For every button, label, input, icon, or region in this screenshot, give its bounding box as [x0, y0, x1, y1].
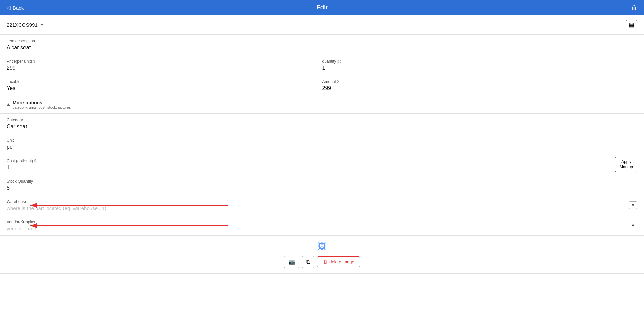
image-section: 🖼 📷 ⧉ 🗑 delete image [0, 236, 644, 274]
taxable-amount-section: Taxable Yes Amount $ 299 [0, 75, 644, 96]
collapse-icon [7, 103, 10, 106]
quantity-label: quantity pc. [322, 59, 638, 64]
category-label: Category [7, 118, 27, 122]
taxable-value[interactable]: Yes [7, 85, 322, 91]
price-label: Price(per unit) $ [7, 59, 322, 64]
stock-quantity-value[interactable]: 5 [7, 185, 33, 191]
unit-label: Unit [7, 138, 14, 143]
item-code-row: 221XCCS991 ▼ ▦ [0, 15, 644, 35]
item-code-left: 221XCCS991 ▼ [7, 22, 44, 28]
stock-quantity-field: Stock Quantity 5 [7, 179, 33, 191]
quantity-value[interactable]: 1 [322, 65, 638, 71]
stock-quantity-label: Stock Quantity [7, 179, 33, 184]
more-options-sublabel: category, units, cost, stock, pictures [13, 105, 71, 109]
category-field: Category Car seat [7, 118, 27, 130]
amount-field: Amount $ 299 [322, 79, 638, 91]
image-icon: 🖼 [318, 242, 326, 251]
unit-value[interactable]: pc. [7, 144, 14, 150]
cost-field: Cost (optional) $ 1 [7, 159, 36, 171]
vendor-input[interactable]: vendor name [7, 226, 629, 231]
image-thumbnail: 🖼 [317, 241, 328, 252]
camera-button[interactable]: 📷 [284, 256, 299, 268]
delete-button[interactable]: 🗑 [631, 4, 637, 11]
warehouse-dropdown-button[interactable]: ∨ [629, 201, 637, 209]
header: ◁ Back Edit 🗑 [0, 0, 644, 15]
page-title: Edit [316, 4, 327, 11]
warehouse-input[interactable]: where is the part located (eg. warehouse… [7, 205, 629, 211]
item-description-label: item description [7, 39, 35, 43]
back-button[interactable]: ◁ Back [7, 5, 24, 11]
category-section: Category Car seat [0, 114, 644, 134]
camera-icon: 📷 [288, 259, 295, 265]
content: 221XCCS991 ▼ ▦ item description A car se… [0, 15, 644, 274]
copy-image-button[interactable]: ⧉ [302, 256, 314, 268]
amount-label: Amount $ [322, 79, 638, 84]
apply-markup-button[interactable]: Apply Markup [615, 157, 637, 172]
unit-section: Unit pc. [0, 134, 644, 154]
delete-trash-icon: 🗑 [323, 259, 327, 264]
barcode-button[interactable]: ▦ [626, 20, 637, 29]
price-field: Price(per unit) $ 299 [7, 59, 322, 71]
warehouse-section: Warehouse where is the part located (eg.… [0, 195, 644, 215]
vendor-dropdown-button[interactable]: ∨ [629, 222, 637, 229]
more-options-label: More options [13, 100, 71, 105]
vendor-section: Vendor/Supplier vendor name ∨ [0, 215, 644, 236]
vendor-label: Vendor/Supplier [7, 219, 629, 224]
taxable-label: Taxable [7, 79, 322, 84]
vendor-field: Vendor/Supplier vendor name [7, 219, 629, 231]
barcode-icon: ▦ [629, 21, 634, 28]
stock-quantity-section: Stock Quantity 5 [0, 175, 644, 195]
amount-value: 299 [322, 85, 638, 91]
category-value[interactable]: Car seat [7, 124, 27, 130]
item-description-value[interactable]: A car seat [7, 45, 35, 51]
taxable-field: Taxable Yes [7, 79, 322, 91]
warehouse-field: Warehouse where is the part located (eg.… [7, 199, 629, 211]
delete-image-button[interactable]: 🗑 delete image [317, 256, 360, 267]
item-code-value[interactable]: 221XCCS991 [7, 22, 38, 28]
chevron-down-icon[interactable]: ▼ [40, 23, 44, 27]
unit-field: Unit pc. [7, 138, 14, 150]
quantity-field: quantity pc. 1 [322, 59, 638, 71]
image-buttons: 📷 ⧉ 🗑 delete image [284, 256, 360, 268]
price-quantity-section: Price(per unit) $ 299 quantity pc. 1 [0, 55, 644, 75]
delete-image-label: delete image [329, 259, 354, 264]
cost-value[interactable]: 1 [7, 165, 36, 171]
cost-label: Cost (optional) $ [7, 159, 36, 163]
item-description-section: item description A car seat [0, 35, 644, 55]
more-options-text-group: More options category, units, cost, stoc… [13, 100, 71, 109]
back-icon: ◁ [7, 5, 11, 11]
more-options-header[interactable]: More options category, units, cost, stoc… [0, 96, 644, 114]
warehouse-label: Warehouse [7, 199, 629, 204]
item-description-field: item description A car seat [7, 39, 35, 51]
cost-section: Cost (optional) $ 1 Apply Markup [0, 154, 644, 175]
trash-icon: 🗑 [631, 4, 637, 11]
copy-icon: ⧉ [306, 259, 310, 265]
price-value[interactable]: 299 [7, 65, 322, 71]
back-label: Back [13, 5, 24, 11]
